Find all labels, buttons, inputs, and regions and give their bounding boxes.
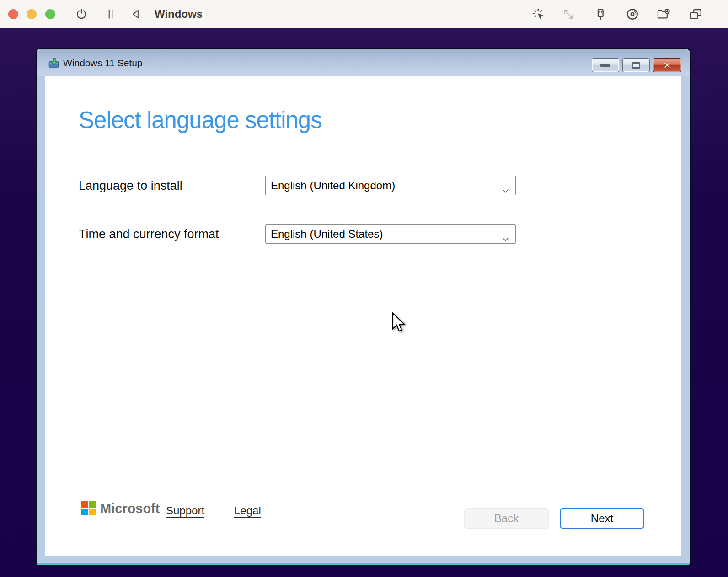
microsoft-wordmark: Microsoft [100, 501, 160, 516]
maximize-button[interactable] [622, 58, 650, 72]
language-select[interactable]: English (United Kingdom) [265, 176, 516, 195]
back-triangle-icon[interactable] [129, 7, 143, 21]
macos-close-button[interactable] [8, 9, 18, 19]
language-label: Language to install [79, 179, 182, 193]
installer-icon [48, 58, 59, 70]
time-currency-select-value: English (United States) [271, 228, 383, 240]
setup-titlebar[interactable]: Windows 11 Setup ✕ [37, 49, 690, 76]
setup-window-title: Windows 11 Setup [63, 58, 143, 69]
support-link[interactable]: Support [166, 504, 204, 517]
close-button[interactable]: ✕ [653, 58, 681, 72]
macos-zoom-button[interactable] [45, 9, 55, 19]
page-title: Select language settings [79, 107, 322, 134]
resize-display-icon [562, 7, 575, 21]
pause-icon[interactable] [104, 7, 118, 21]
cd-drive-icon[interactable] [626, 7, 639, 21]
macos-minimize-button[interactable] [27, 9, 37, 19]
language-select-value: English (United Kingdom) [271, 179, 395, 192]
mouse-cursor-icon [391, 312, 407, 336]
vm-window-title: Windows [155, 8, 203, 21]
shared-folder-icon[interactable] [657, 7, 670, 21]
setup-content: Select language settings Language to ins… [45, 76, 681, 556]
next-button[interactable]: Next [560, 508, 644, 529]
chevron-down-icon [502, 183, 509, 196]
vm-desktop: Windows 11 Setup ✕ Select language setti… [0, 28, 728, 577]
minimize-button[interactable] [592, 58, 619, 72]
windows-11-setup-window: Windows 11 Setup ✕ Select language setti… [36, 48, 691, 566]
window-list-icon[interactable] [689, 7, 702, 21]
legal-link[interactable]: Legal [234, 504, 261, 517]
time-currency-select[interactable]: English (United States) [265, 224, 516, 244]
power-icon[interactable] [75, 7, 88, 21]
microsoft-logo-icon [81, 501, 96, 515]
chevron-down-icon [502, 232, 509, 245]
usb-icon[interactable] [594, 7, 607, 21]
back-button: Back [464, 508, 549, 529]
vm-toolbar: Windows [0, 0, 728, 28]
time-currency-label: Time and currency format [79, 227, 219, 241]
capture-cursor-icon[interactable] [532, 7, 546, 21]
